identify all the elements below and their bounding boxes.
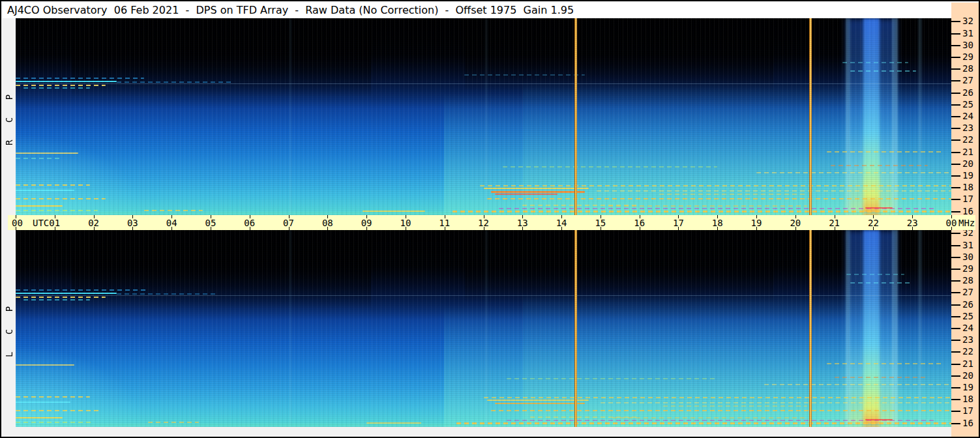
freq-tick-label: 26 xyxy=(962,299,979,310)
interference-streak xyxy=(495,194,557,195)
hour-label: 05 xyxy=(201,218,220,228)
interference-streak xyxy=(835,377,928,378)
hour-label: 20 xyxy=(786,218,805,228)
interference-streak xyxy=(507,378,717,379)
freq-tick xyxy=(951,68,960,70)
interference-streak xyxy=(487,198,951,199)
interference-streak xyxy=(503,166,717,168)
freq-tick-label: 27 xyxy=(962,287,979,297)
interference-streak xyxy=(842,62,909,63)
freq-tick xyxy=(951,139,960,141)
interference-streak xyxy=(484,397,952,398)
hour-label: 08 xyxy=(318,218,337,228)
interference-streak xyxy=(16,364,74,366)
spectrogram-lcp xyxy=(16,230,951,427)
rcp-axis-label: R C P xyxy=(3,18,16,215)
freq-tick-label: 28 xyxy=(962,275,979,285)
hour-label: 19 xyxy=(747,218,766,228)
hour-label: 23 xyxy=(902,218,922,228)
interference-streak xyxy=(865,419,893,420)
freq-tick-label: 22 xyxy=(962,346,979,357)
freq-tick-label: 19 xyxy=(962,382,979,392)
interference-streak xyxy=(659,194,807,195)
interference-streak xyxy=(16,190,74,191)
freq-tick xyxy=(951,164,960,165)
hour-label: 11 xyxy=(435,218,454,228)
freq-tick xyxy=(951,199,960,200)
interference-streak xyxy=(827,363,943,364)
dark-wedge xyxy=(465,18,774,91)
freq-tick xyxy=(951,175,960,177)
hour-label: 03 xyxy=(123,218,142,228)
freq-tick xyxy=(951,104,960,106)
hour-label: 02 xyxy=(84,218,104,228)
freq-tick xyxy=(951,257,960,258)
freq-tick-label: 19 xyxy=(962,170,979,181)
low-frequency-glow xyxy=(16,93,250,215)
interference-streak xyxy=(756,172,951,173)
hour-label: 17 xyxy=(668,218,688,228)
freq-tick-label: 30 xyxy=(962,252,979,262)
hour-label: 09 xyxy=(357,218,376,228)
hour-label: 14 xyxy=(552,218,571,228)
interference-streak xyxy=(117,81,233,83)
freq-tick-label: 31 xyxy=(962,28,979,38)
freq-tick xyxy=(951,245,960,246)
interference-streak xyxy=(16,85,106,86)
emission-band xyxy=(290,18,292,215)
spectrogram-rcp xyxy=(16,18,951,215)
interference-streak xyxy=(16,402,70,403)
freq-tick-label: 27 xyxy=(962,75,979,85)
freq-tick-label: 30 xyxy=(962,40,979,50)
freq-tick-label: 26 xyxy=(962,87,979,98)
hour-label: 18 xyxy=(707,218,727,228)
low-frequency-glow xyxy=(16,305,250,427)
freq-tick-label: 28 xyxy=(962,63,979,74)
freq-tick xyxy=(951,21,960,22)
freq-tick xyxy=(951,292,960,293)
interference-streak xyxy=(16,184,90,186)
interference-streak xyxy=(16,422,94,423)
hour-label: 21 xyxy=(825,218,844,228)
dark-wedge xyxy=(465,230,774,303)
interference-streak xyxy=(495,403,585,404)
freq-tick xyxy=(951,233,960,234)
interference-streak xyxy=(23,299,90,300)
interference-streak xyxy=(831,165,928,166)
freq-tick-label: 23 xyxy=(962,334,979,345)
freq-tick xyxy=(951,80,960,81)
freq-tick xyxy=(951,57,960,58)
freq-tick xyxy=(951,423,960,424)
hour-label: 10 xyxy=(396,218,415,228)
time-axis: 00UTC01020304050607080910111213141516171… xyxy=(8,215,975,230)
freq-tick-label: 23 xyxy=(962,123,979,133)
interference-streak xyxy=(23,87,90,89)
interference-streak xyxy=(16,158,63,159)
freq-tick xyxy=(951,387,960,388)
interference-streak xyxy=(865,207,893,209)
emission-band xyxy=(290,230,292,427)
interference-streak xyxy=(464,74,585,76)
freq-tick-label: 24 xyxy=(962,323,979,333)
hour-label: 04 xyxy=(162,218,181,228)
freq-tick xyxy=(951,152,960,153)
spectrograph-window: AJ4CO Observatory 06 Feb 2021 - DPS on T… xyxy=(0,0,980,438)
interference-streak xyxy=(608,205,807,207)
interference-streak xyxy=(16,289,148,291)
freq-tick xyxy=(951,328,960,329)
interference-streak xyxy=(144,210,203,211)
freq-tick-label: 25 xyxy=(962,311,979,321)
dark-wedge xyxy=(72,18,371,97)
interference-streak xyxy=(491,191,585,193)
hour-label: 22 xyxy=(863,218,883,228)
interference-streak xyxy=(484,188,589,189)
freq-tick-label: 24 xyxy=(962,111,979,121)
interference-streak xyxy=(16,205,63,207)
hour-label: 01 xyxy=(45,218,65,228)
freq-tick xyxy=(951,375,960,377)
freq-tick xyxy=(951,340,960,341)
freq-tick xyxy=(951,399,960,400)
interference-streak xyxy=(612,417,807,418)
interference-streak xyxy=(16,297,106,298)
freq-tick-label: 18 xyxy=(962,394,979,404)
